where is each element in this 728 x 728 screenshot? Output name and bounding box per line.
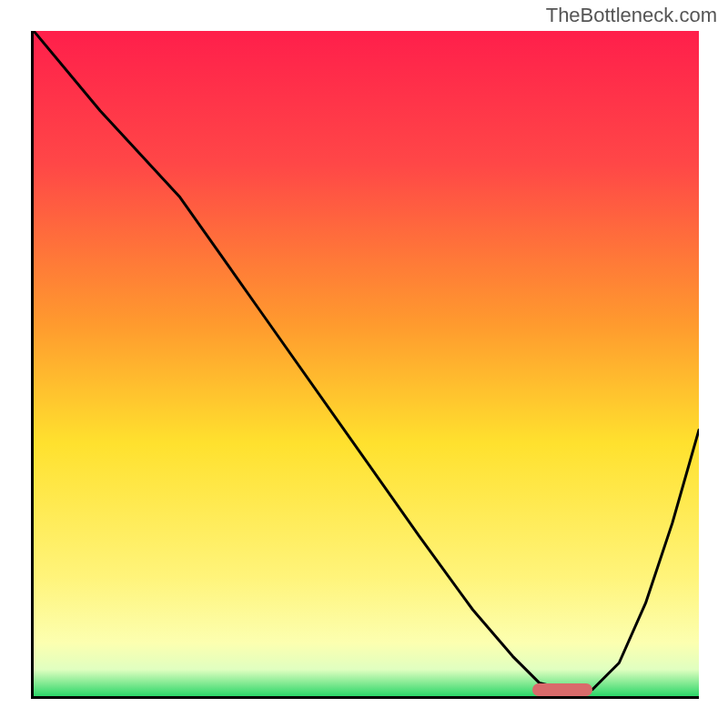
x-axis-line [31, 696, 699, 699]
plot-inner [34, 31, 699, 696]
optimal-range-marker [532, 683, 592, 696]
bottleneck-chart: TheBottleneck.com [0, 0, 728, 728]
curve-layer [34, 31, 699, 696]
plot-area [31, 31, 699, 699]
bottleneck-curve [34, 31, 699, 690]
watermark-text: TheBottleneck.com [546, 4, 717, 27]
